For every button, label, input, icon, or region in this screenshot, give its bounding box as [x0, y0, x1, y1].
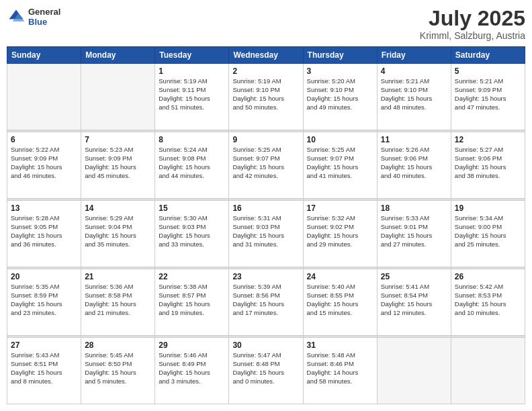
calendar-cell: 4Sunrise: 5:21 AM Sunset: 9:10 PM Daylig…	[377, 64, 451, 130]
day-number: 16	[232, 203, 299, 213]
calendar-cell: 27Sunrise: 5:43 AM Sunset: 8:51 PM Dayli…	[7, 338, 81, 404]
calendar-week-3: 13Sunrise: 5:28 AM Sunset: 9:05 PM Dayli…	[7, 201, 525, 267]
day-info: Sunrise: 5:29 AM Sunset: 9:04 PM Dayligh…	[85, 214, 151, 248]
day-number: 8	[159, 135, 225, 144]
page: General Blue July 2025 Krimml, Salzburg,…	[0, 0, 532, 411]
day-info: Sunrise: 5:23 AM Sunset: 9:09 PM Dayligh…	[85, 146, 151, 180]
day-number: 1	[159, 66, 225, 76]
day-info: Sunrise: 5:42 AM Sunset: 8:53 PM Dayligh…	[455, 283, 521, 317]
calendar-cell: 9Sunrise: 5:25 AM Sunset: 9:07 PM Daylig…	[229, 132, 303, 199]
calendar-cell: 13Sunrise: 5:28 AM Sunset: 9:05 PM Dayli…	[7, 201, 81, 267]
day-info: Sunrise: 5:35 AM Sunset: 8:59 PM Dayligh…	[11, 283, 77, 317]
day-number: 15	[159, 203, 225, 213]
day-number: 5	[455, 66, 521, 76]
col-header-tuesday: Tuesday	[155, 47, 229, 64]
day-number: 30	[232, 340, 299, 350]
day-number: 2	[232, 66, 299, 76]
calendar-cell: 31Sunrise: 5:48 AM Sunset: 8:46 PM Dayli…	[303, 338, 377, 404]
day-number: 11	[381, 135, 447, 144]
day-number: 19	[455, 203, 521, 213]
calendar-cell: 12Sunrise: 5:27 AM Sunset: 9:06 PM Dayli…	[451, 132, 525, 199]
day-number: 13	[11, 203, 77, 213]
calendar-cell	[451, 338, 525, 404]
day-number: 10	[307, 135, 373, 144]
calendar-week-4: 20Sunrise: 5:35 AM Sunset: 8:59 PM Dayli…	[7, 269, 525, 336]
day-info: Sunrise: 5:32 AM Sunset: 9:02 PM Dayligh…	[307, 214, 373, 248]
day-info: Sunrise: 5:46 AM Sunset: 8:49 PM Dayligh…	[159, 351, 225, 385]
logo-icon	[7, 7, 26, 26]
calendar-cell: 20Sunrise: 5:35 AM Sunset: 8:59 PM Dayli…	[7, 269, 81, 336]
day-number: 24	[307, 272, 373, 281]
day-info: Sunrise: 5:36 AM Sunset: 8:58 PM Dayligh…	[85, 283, 151, 317]
calendar-cell: 28Sunrise: 5:45 AM Sunset: 8:50 PM Dayli…	[81, 338, 155, 404]
day-number: 28	[85, 340, 151, 350]
day-number: 25	[381, 272, 447, 281]
day-info: Sunrise: 5:39 AM Sunset: 8:56 PM Dayligh…	[232, 283, 299, 317]
day-info: Sunrise: 5:19 AM Sunset: 9:11 PM Dayligh…	[159, 77, 225, 111]
day-info: Sunrise: 5:20 AM Sunset: 9:10 PM Dayligh…	[307, 77, 373, 111]
day-info: Sunrise: 5:34 AM Sunset: 9:00 PM Dayligh…	[455, 214, 521, 248]
title-block: July 2025 Krimml, Salzburg, Austria	[420, 7, 525, 41]
col-header-monday: Monday	[81, 47, 155, 64]
header: General Blue July 2025 Krimml, Salzburg,…	[7, 7, 525, 41]
day-number: 21	[85, 272, 151, 281]
day-number: 17	[307, 203, 373, 213]
calendar-cell: 22Sunrise: 5:38 AM Sunset: 8:57 PM Dayli…	[155, 269, 229, 336]
day-info: Sunrise: 5:38 AM Sunset: 8:57 PM Dayligh…	[159, 283, 225, 317]
calendar-cell: 11Sunrise: 5:26 AM Sunset: 9:06 PM Dayli…	[377, 132, 451, 199]
day-info: Sunrise: 5:31 AM Sunset: 9:03 PM Dayligh…	[232, 214, 299, 248]
day-info: Sunrise: 5:24 AM Sunset: 9:08 PM Dayligh…	[159, 146, 225, 180]
day-info: Sunrise: 5:33 AM Sunset: 9:01 PM Dayligh…	[381, 214, 447, 248]
day-info: Sunrise: 5:30 AM Sunset: 9:03 PM Dayligh…	[159, 214, 225, 248]
calendar-week-5: 27Sunrise: 5:43 AM Sunset: 8:51 PM Dayli…	[7, 338, 525, 404]
logo-text: General Blue	[28, 7, 60, 27]
day-number: 22	[159, 272, 225, 281]
day-info: Sunrise: 5:45 AM Sunset: 8:50 PM Dayligh…	[85, 351, 151, 385]
day-info: Sunrise: 5:25 AM Sunset: 9:07 PM Dayligh…	[232, 146, 299, 180]
calendar-header-row: SundayMondayTuesdayWednesdayThursdayFrid…	[7, 47, 525, 64]
col-header-saturday: Saturday	[451, 47, 525, 64]
calendar-week-2: 6Sunrise: 5:22 AM Sunset: 9:09 PM Daylig…	[7, 132, 525, 199]
calendar-cell	[81, 64, 155, 130]
day-number: 3	[307, 66, 373, 76]
day-number: 31	[307, 340, 373, 350]
calendar-cell: 30Sunrise: 5:47 AM Sunset: 8:48 PM Dayli…	[229, 338, 303, 404]
month-title: July 2025	[420, 7, 525, 30]
day-info: Sunrise: 5:21 AM Sunset: 9:10 PM Dayligh…	[381, 77, 447, 111]
day-number: 14	[85, 203, 151, 213]
calendar-cell: 1Sunrise: 5:19 AM Sunset: 9:11 PM Daylig…	[155, 64, 229, 130]
calendar-cell	[7, 64, 81, 130]
calendar-cell: 10Sunrise: 5:25 AM Sunset: 9:07 PM Dayli…	[303, 132, 377, 199]
day-number: 7	[85, 135, 151, 144]
col-header-sunday: Sunday	[7, 47, 81, 64]
location-subtitle: Krimml, Salzburg, Austria	[420, 30, 525, 41]
day-number: 26	[455, 272, 521, 281]
calendar-cell: 17Sunrise: 5:32 AM Sunset: 9:02 PM Dayli…	[303, 201, 377, 267]
calendar-cell: 21Sunrise: 5:36 AM Sunset: 8:58 PM Dayli…	[81, 269, 155, 336]
calendar-cell: 15Sunrise: 5:30 AM Sunset: 9:03 PM Dayli…	[155, 201, 229, 267]
day-number: 6	[11, 135, 77, 144]
day-number: 29	[159, 340, 225, 350]
calendar-cell: 29Sunrise: 5:46 AM Sunset: 8:49 PM Dayli…	[155, 338, 229, 404]
calendar-table: SundayMondayTuesdayWednesdayThursdayFrid…	[7, 46, 525, 404]
day-info: Sunrise: 5:43 AM Sunset: 8:51 PM Dayligh…	[11, 351, 77, 385]
logo-blue: Blue	[28, 17, 60, 27]
day-number: 18	[381, 203, 447, 213]
calendar-cell: 23Sunrise: 5:39 AM Sunset: 8:56 PM Dayli…	[229, 269, 303, 336]
logo-general: General	[28, 7, 60, 17]
day-number: 20	[11, 272, 77, 281]
col-header-wednesday: Wednesday	[229, 47, 303, 64]
calendar-cell: 5Sunrise: 5:21 AM Sunset: 9:09 PM Daylig…	[451, 64, 525, 130]
calendar-cell: 3Sunrise: 5:20 AM Sunset: 9:10 PM Daylig…	[303, 64, 377, 130]
day-number: 4	[381, 66, 447, 76]
day-info: Sunrise: 5:41 AM Sunset: 8:54 PM Dayligh…	[381, 283, 447, 317]
calendar-cell: 6Sunrise: 5:22 AM Sunset: 9:09 PM Daylig…	[7, 132, 81, 199]
calendar-cell: 19Sunrise: 5:34 AM Sunset: 9:00 PM Dayli…	[451, 201, 525, 267]
day-info: Sunrise: 5:48 AM Sunset: 8:46 PM Dayligh…	[307, 351, 373, 385]
day-number: 12	[455, 135, 521, 144]
calendar-cell: 25Sunrise: 5:41 AM Sunset: 8:54 PM Dayli…	[377, 269, 451, 336]
day-number: 27	[11, 340, 77, 350]
day-info: Sunrise: 5:27 AM Sunset: 9:06 PM Dayligh…	[455, 146, 521, 180]
day-info: Sunrise: 5:28 AM Sunset: 9:05 PM Dayligh…	[11, 214, 77, 248]
day-info: Sunrise: 5:22 AM Sunset: 9:09 PM Dayligh…	[11, 146, 77, 180]
